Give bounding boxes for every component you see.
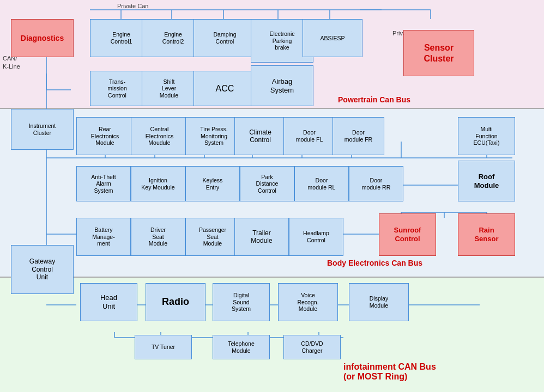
ignition-key-node: IgnitionKey Moudule xyxy=(131,166,185,201)
powertrain-bus-label: Powertrain Can Bus xyxy=(338,95,410,104)
shift-lever-node: ShiftLeverModule xyxy=(142,71,196,106)
instrument-cluster-node: InstrumentCluster xyxy=(11,109,74,150)
central-electronics-node: CentralElectronicsMoudule xyxy=(131,117,188,155)
roof-module-node: RoofModule xyxy=(458,161,515,201)
trailer-node: TrailerModule xyxy=(234,218,289,256)
rain-sensor-node: RainSensor xyxy=(458,213,515,256)
voice-recogn-node: VoiceRecogn.Module xyxy=(278,283,338,321)
battery-node: BatteryManage-ment xyxy=(76,218,131,256)
multi-function-node: MultiFunctionECU(Taxi) xyxy=(458,117,515,155)
sensor-cluster-node: SensorCluster xyxy=(403,30,474,76)
display-module-node: DisplayModule xyxy=(349,283,409,321)
abs-esp-node: ABS/ESP xyxy=(303,19,362,57)
gateway-node: GatewayControlUnit xyxy=(11,245,74,294)
rear-electronics-node: RearElectronicsModule xyxy=(76,117,134,155)
head-unit-node: HeadUnit xyxy=(80,283,137,321)
digital-sound-node: DigitalSoundSystem xyxy=(213,283,270,321)
diagnostics-node: Diagnostics xyxy=(11,19,74,57)
diagram: Private Can Private Can CAN/K-Line Power… xyxy=(0,0,544,392)
airbag-node: AirbagSystem xyxy=(251,65,313,106)
door-rl-node: Doormodule RL xyxy=(294,166,349,201)
radio-node: Radio xyxy=(146,283,205,321)
body-bus-label: Body Electronics Can Bus xyxy=(327,259,422,267)
door-rr-node: Doormodule RR xyxy=(349,166,403,201)
door-fr-node: Doormodule FR xyxy=(333,117,384,155)
acc-node: ACC xyxy=(194,71,256,106)
cd-dvd-node: CD/DVDCharger xyxy=(283,335,341,359)
driver-seat-node: DriverSeatModule xyxy=(131,218,185,256)
transmission-node: Trans-missionControl xyxy=(90,71,144,106)
headlamp-node: HeadlampControl xyxy=(289,218,343,256)
private-can-label-1: Private Can xyxy=(117,3,148,9)
sunroof-node: SunroofControl xyxy=(379,213,436,256)
climate-node: ClimateControl xyxy=(234,117,286,155)
passenger-seat-node: PassengerSeatModule xyxy=(185,218,240,256)
telephone-node: TelephoneModule xyxy=(213,335,270,359)
keyless-entry-node: KeylessEntry xyxy=(185,166,240,201)
damping-node: DampingControl xyxy=(194,19,256,57)
infotainment-bus-label: infotainment CAN Bus(or MOST Ring) xyxy=(343,362,436,382)
anti-theft-node: Anti-TheftAlarmSystem xyxy=(76,166,131,201)
tv-tuner-node: TV Tuner xyxy=(135,335,192,359)
park-distance-node: ParkDistanceControl xyxy=(240,166,294,201)
door-fl-node: Doormodule FL xyxy=(283,117,335,155)
